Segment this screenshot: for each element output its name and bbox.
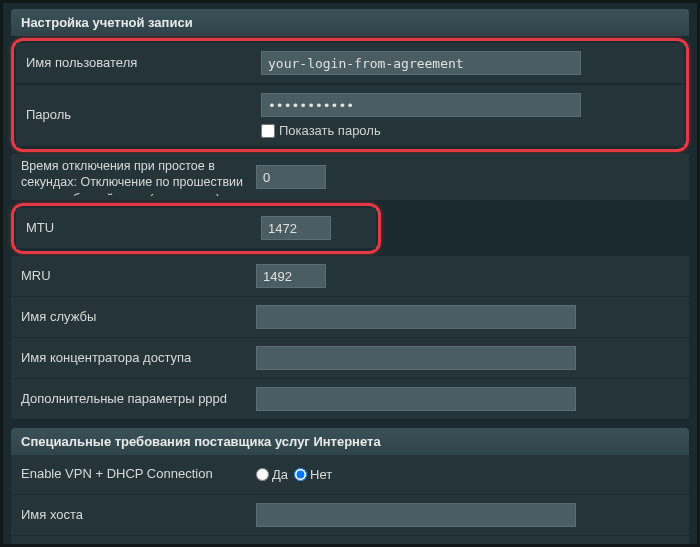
mru-input[interactable] (256, 264, 326, 288)
row-timeout: Время отключения при простое в секундах:… (11, 154, 689, 201)
vpn-yes-option[interactable]: Да (256, 467, 288, 482)
show-password-label: Показать пароль (279, 123, 381, 138)
row-mtu: MTU (16, 208, 376, 249)
password-input[interactable] (261, 93, 581, 117)
hostname-label: Имя хоста (21, 507, 256, 524)
vpn-no-option[interactable]: Нет (294, 467, 332, 482)
concentrator-label: Имя концентратора доступа (21, 350, 256, 367)
mru-label: MRU (21, 268, 256, 285)
credentials-highlight: Имя пользователя Пароль Показать пароль (11, 38, 689, 152)
row-pppd: Дополнительные параметры pppd (11, 379, 689, 420)
username-input[interactable] (261, 51, 581, 75)
show-password-checkbox[interactable] (261, 124, 275, 138)
row-mru: MRU (11, 256, 689, 297)
hostname-input[interactable] (256, 503, 576, 527)
pppd-input[interactable] (256, 387, 576, 411)
mtu-label: MTU (26, 220, 261, 237)
timeout-input[interactable] (256, 165, 326, 189)
vpn-no-label: Нет (310, 467, 332, 482)
username-label: Имя пользователя (26, 55, 261, 72)
pppd-label: Дополнительные параметры pppd (21, 391, 256, 408)
row-service: Имя службы (11, 297, 689, 338)
service-input[interactable] (256, 305, 576, 329)
row-mac: MAC-адрес Клонировать MAC (11, 536, 689, 547)
vpn-label: Enable VPN + DHCP Connection (21, 466, 256, 483)
mtu-input[interactable] (261, 216, 331, 240)
row-username: Имя пользователя (16, 43, 684, 84)
row-hostname: Имя хоста (11, 495, 689, 536)
vpn-yes-radio[interactable] (256, 468, 269, 481)
row-password: Пароль Показать пароль (16, 84, 684, 147)
mtu-highlight: MTU (11, 203, 381, 254)
vpn-yes-label: Да (272, 467, 288, 482)
section-isp-header: Специальные требования поставщика услуг … (11, 428, 689, 455)
section-account-header: Настройка учетной записи (11, 9, 689, 36)
timeout-label: Время отключения при простое в секундах:… (21, 158, 256, 196)
row-concentrator: Имя концентратора доступа (11, 338, 689, 379)
concentrator-input[interactable] (256, 346, 576, 370)
password-label: Пароль (26, 107, 261, 124)
vpn-no-radio[interactable] (294, 468, 307, 481)
row-vpn: Enable VPN + DHCP Connection Да Нет (11, 455, 689, 495)
service-label: Имя службы (21, 309, 256, 326)
